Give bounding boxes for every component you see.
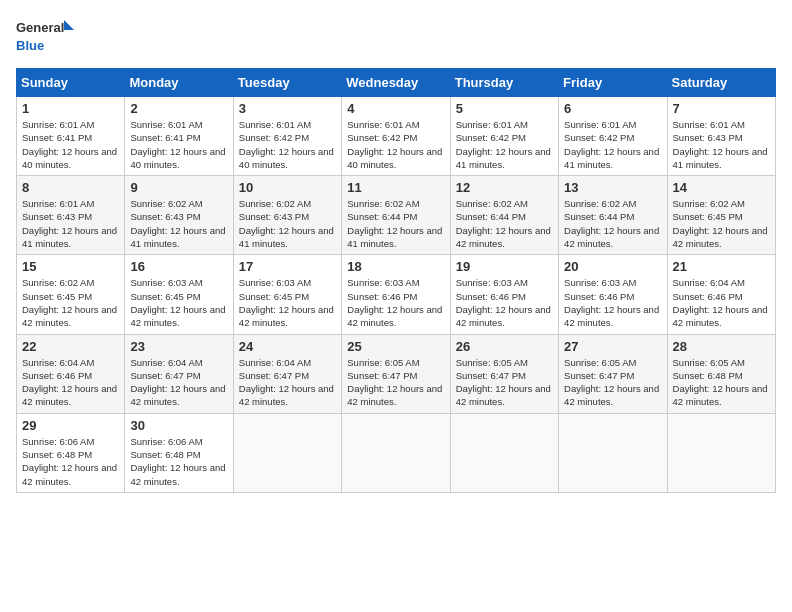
day-info: Sunrise: 6:03 AM Sunset: 6:45 PM Dayligh… (130, 276, 227, 329)
day-number: 19 (456, 259, 553, 274)
sunset-label: Sunset: 6:47 PM (130, 370, 200, 381)
calendar-cell: 21 Sunrise: 6:04 AM Sunset: 6:46 PM Dayl… (667, 255, 775, 334)
day-info: Sunrise: 6:05 AM Sunset: 6:47 PM Dayligh… (564, 356, 661, 409)
daylight-label: Daylight: 12 hours and 40 minutes. (347, 146, 442, 170)
svg-text:Blue: Blue (16, 38, 44, 53)
sunrise-label: Sunrise: 6:01 AM (22, 119, 94, 130)
calendar-cell: 12 Sunrise: 6:02 AM Sunset: 6:44 PM Dayl… (450, 176, 558, 255)
daylight-label: Daylight: 12 hours and 41 minutes. (347, 225, 442, 249)
sunrise-label: Sunrise: 6:02 AM (347, 198, 419, 209)
day-info: Sunrise: 6:01 AM Sunset: 6:43 PM Dayligh… (22, 197, 119, 250)
daylight-label: Daylight: 12 hours and 41 minutes. (564, 146, 659, 170)
sunset-label: Sunset: 6:46 PM (347, 291, 417, 302)
day-info: Sunrise: 6:04 AM Sunset: 6:47 PM Dayligh… (239, 356, 336, 409)
daylight-label: Daylight: 12 hours and 42 minutes. (130, 383, 225, 407)
day-info: Sunrise: 6:02 AM Sunset: 6:43 PM Dayligh… (239, 197, 336, 250)
sunrise-label: Sunrise: 6:02 AM (564, 198, 636, 209)
sunset-label: Sunset: 6:43 PM (22, 211, 92, 222)
calendar-cell: 18 Sunrise: 6:03 AM Sunset: 6:46 PM Dayl… (342, 255, 450, 334)
col-thursday: Thursday (450, 69, 558, 97)
daylight-label: Daylight: 12 hours and 42 minutes. (673, 304, 768, 328)
sunrise-label: Sunrise: 6:06 AM (130, 436, 202, 447)
calendar-cell: 19 Sunrise: 6:03 AM Sunset: 6:46 PM Dayl… (450, 255, 558, 334)
day-info: Sunrise: 6:05 AM Sunset: 6:47 PM Dayligh… (456, 356, 553, 409)
day-number: 2 (130, 101, 227, 116)
day-info: Sunrise: 6:02 AM Sunset: 6:44 PM Dayligh… (347, 197, 444, 250)
calendar-cell: 6 Sunrise: 6:01 AM Sunset: 6:42 PM Dayli… (559, 97, 667, 176)
calendar-cell: 29 Sunrise: 6:06 AM Sunset: 6:48 PM Dayl… (17, 413, 125, 492)
daylight-label: Daylight: 12 hours and 41 minutes. (22, 225, 117, 249)
day-number: 20 (564, 259, 661, 274)
day-number: 15 (22, 259, 119, 274)
sunset-label: Sunset: 6:42 PM (456, 132, 526, 143)
calendar-cell: 27 Sunrise: 6:05 AM Sunset: 6:47 PM Dayl… (559, 334, 667, 413)
calendar-cell: 28 Sunrise: 6:05 AM Sunset: 6:48 PM Dayl… (667, 334, 775, 413)
sunrise-label: Sunrise: 6:04 AM (130, 357, 202, 368)
col-friday: Friday (559, 69, 667, 97)
calendar-cell (559, 413, 667, 492)
daylight-label: Daylight: 12 hours and 42 minutes. (130, 304, 225, 328)
day-info: Sunrise: 6:04 AM Sunset: 6:46 PM Dayligh… (22, 356, 119, 409)
sunset-label: Sunset: 6:41 PM (22, 132, 92, 143)
day-number: 4 (347, 101, 444, 116)
calendar-cell (342, 413, 450, 492)
sunset-label: Sunset: 6:46 PM (456, 291, 526, 302)
col-saturday: Saturday (667, 69, 775, 97)
calendar-cell: 15 Sunrise: 6:02 AM Sunset: 6:45 PM Dayl… (17, 255, 125, 334)
daylight-label: Daylight: 12 hours and 42 minutes. (564, 304, 659, 328)
calendar-cell (233, 413, 341, 492)
day-number: 12 (456, 180, 553, 195)
calendar-cell: 11 Sunrise: 6:02 AM Sunset: 6:44 PM Dayl… (342, 176, 450, 255)
svg-marker-1 (64, 20, 74, 30)
day-number: 14 (673, 180, 770, 195)
day-number: 21 (673, 259, 770, 274)
sunset-label: Sunset: 6:46 PM (22, 370, 92, 381)
logo: General Blue (16, 16, 76, 58)
day-info: Sunrise: 6:02 AM Sunset: 6:45 PM Dayligh… (673, 197, 770, 250)
calendar-cell: 23 Sunrise: 6:04 AM Sunset: 6:47 PM Dayl… (125, 334, 233, 413)
sunrise-label: Sunrise: 6:01 AM (564, 119, 636, 130)
day-info: Sunrise: 6:06 AM Sunset: 6:48 PM Dayligh… (130, 435, 227, 488)
sunset-label: Sunset: 6:46 PM (673, 291, 743, 302)
day-info: Sunrise: 6:06 AM Sunset: 6:48 PM Dayligh… (22, 435, 119, 488)
daylight-label: Daylight: 12 hours and 41 minutes. (456, 146, 551, 170)
sunrise-label: Sunrise: 6:03 AM (239, 277, 311, 288)
day-info: Sunrise: 6:02 AM Sunset: 6:44 PM Dayligh… (564, 197, 661, 250)
day-number: 28 (673, 339, 770, 354)
sunrise-label: Sunrise: 6:02 AM (456, 198, 528, 209)
daylight-label: Daylight: 12 hours and 41 minutes. (130, 225, 225, 249)
daylight-label: Daylight: 12 hours and 42 minutes. (347, 304, 442, 328)
sunset-label: Sunset: 6:45 PM (239, 291, 309, 302)
sunset-label: Sunset: 6:47 PM (347, 370, 417, 381)
sunset-label: Sunset: 6:44 PM (564, 211, 634, 222)
day-number: 3 (239, 101, 336, 116)
sunrise-label: Sunrise: 6:03 AM (456, 277, 528, 288)
calendar-cell: 13 Sunrise: 6:02 AM Sunset: 6:44 PM Dayl… (559, 176, 667, 255)
day-info: Sunrise: 6:03 AM Sunset: 6:46 PM Dayligh… (347, 276, 444, 329)
day-number: 23 (130, 339, 227, 354)
sunset-label: Sunset: 6:44 PM (347, 211, 417, 222)
svg-text:General: General (16, 20, 64, 35)
day-info: Sunrise: 6:03 AM Sunset: 6:45 PM Dayligh… (239, 276, 336, 329)
sunset-label: Sunset: 6:42 PM (564, 132, 634, 143)
calendar-week-row: 1 Sunrise: 6:01 AM Sunset: 6:41 PM Dayli… (17, 97, 776, 176)
calendar-cell: 17 Sunrise: 6:03 AM Sunset: 6:45 PM Dayl… (233, 255, 341, 334)
sunrise-label: Sunrise: 6:05 AM (673, 357, 745, 368)
day-number: 17 (239, 259, 336, 274)
sunrise-label: Sunrise: 6:01 AM (347, 119, 419, 130)
day-info: Sunrise: 6:03 AM Sunset: 6:46 PM Dayligh… (456, 276, 553, 329)
sunrise-label: Sunrise: 6:01 AM (130, 119, 202, 130)
daylight-label: Daylight: 12 hours and 42 minutes. (456, 383, 551, 407)
day-info: Sunrise: 6:02 AM Sunset: 6:44 PM Dayligh… (456, 197, 553, 250)
day-number: 1 (22, 101, 119, 116)
day-number: 10 (239, 180, 336, 195)
calendar-cell: 4 Sunrise: 6:01 AM Sunset: 6:42 PM Dayli… (342, 97, 450, 176)
sunset-label: Sunset: 6:42 PM (239, 132, 309, 143)
daylight-label: Daylight: 12 hours and 42 minutes. (456, 225, 551, 249)
calendar-cell: 8 Sunrise: 6:01 AM Sunset: 6:43 PM Dayli… (17, 176, 125, 255)
day-info: Sunrise: 6:03 AM Sunset: 6:46 PM Dayligh… (564, 276, 661, 329)
sunrise-label: Sunrise: 6:02 AM (22, 277, 94, 288)
calendar-week-row: 15 Sunrise: 6:02 AM Sunset: 6:45 PM Dayl… (17, 255, 776, 334)
day-number: 6 (564, 101, 661, 116)
sunrise-label: Sunrise: 6:05 AM (456, 357, 528, 368)
